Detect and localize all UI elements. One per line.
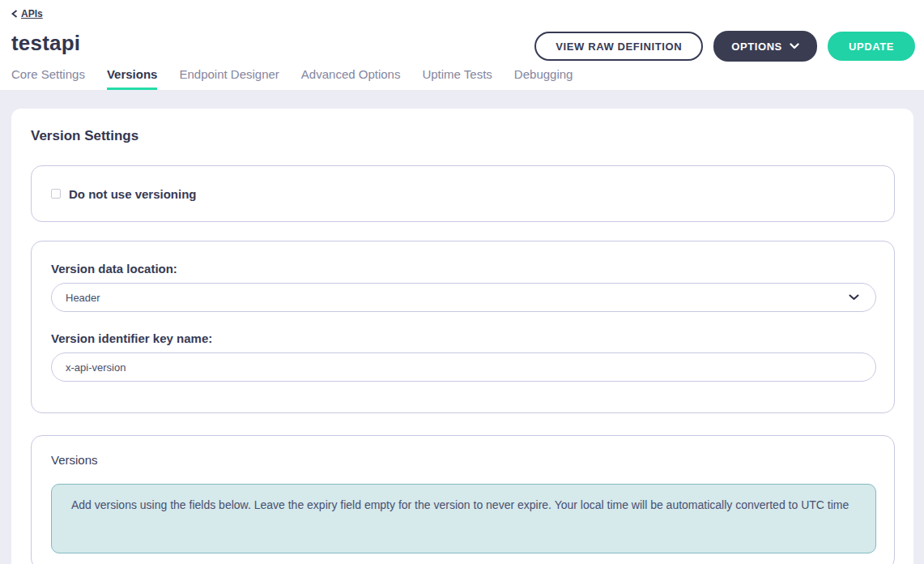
version-data-location-value: Header xyxy=(66,292,100,304)
versions-list-box: Versions Add versions using the fields b… xyxy=(31,435,895,564)
versioning-toggle-box: Do not use versioning xyxy=(31,165,895,222)
versions-section-title: Versions xyxy=(51,453,875,467)
options-button[interactable]: OPTIONS xyxy=(713,31,817,62)
chevron-down-icon xyxy=(790,43,799,49)
page-header: APIs testapi VIEW RAW DEFINITION OPTIONS… xyxy=(0,0,924,56)
section-heading: Version Settings xyxy=(31,128,894,144)
tab-uptime-tests[interactable]: Uptime Tests xyxy=(422,67,492,90)
versions-info-banner: Add versions using the fields below. Lea… xyxy=(51,484,876,553)
view-raw-definition-button[interactable]: VIEW RAW DEFINITION xyxy=(534,32,703,61)
do-not-use-versioning-label: Do not use versioning xyxy=(69,187,197,201)
options-button-label: OPTIONS xyxy=(731,41,782,53)
tab-core-settings[interactable]: Core Settings xyxy=(11,67,85,90)
chevron-down-icon xyxy=(849,294,859,301)
tab-versions[interactable]: Versions xyxy=(107,67,158,90)
version-data-location-select[interactable]: Header xyxy=(51,283,876,312)
tab-advanced-options[interactable]: Advanced Options xyxy=(301,67,401,90)
tab-bar: Core Settings Versions Endpoint Designer… xyxy=(0,67,924,90)
version-settings-card: Version Settings Do not use versioning V… xyxy=(11,109,913,564)
chevron-left-icon xyxy=(11,10,18,18)
tab-debugging[interactable]: Debugging xyxy=(514,67,573,90)
tab-endpoint-designer[interactable]: Endpoint Designer xyxy=(179,67,279,90)
header-actions: VIEW RAW DEFINITION OPTIONS UPDATE xyxy=(534,31,915,62)
breadcrumb-label: APIs xyxy=(21,8,43,19)
content-area: Version Settings Do not use versioning V… xyxy=(0,90,924,564)
update-button[interactable]: UPDATE xyxy=(828,32,915,61)
do-not-use-versioning-row: Do not use versioning xyxy=(51,187,197,201)
breadcrumb[interactable]: APIs xyxy=(11,8,43,19)
version-config-box: Version data location: Header Version id… xyxy=(31,241,895,413)
version-identifier-key-input[interactable] xyxy=(51,352,876,382)
do-not-use-versioning-checkbox[interactable] xyxy=(51,189,61,199)
version-identifier-key-label: Version identifier key name: xyxy=(51,331,875,345)
version-data-location-label: Version data location: xyxy=(51,262,875,276)
